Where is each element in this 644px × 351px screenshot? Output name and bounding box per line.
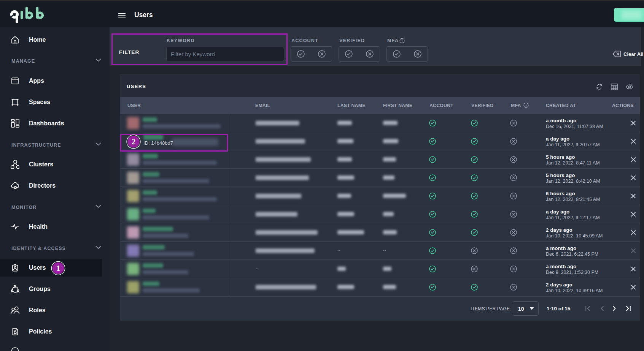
svg-text:1: 1 [56, 263, 60, 273]
svg-text:2: 2 [132, 137, 136, 146]
